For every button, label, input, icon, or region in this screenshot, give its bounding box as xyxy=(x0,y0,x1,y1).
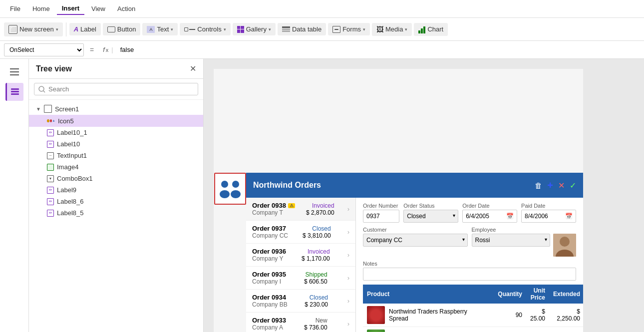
product-0-cell: Northwind Traders Raspberry Spread xyxy=(363,304,486,327)
order-item-0937[interactable]: Order 0937 Company CC Closed $ 3,810.00 … xyxy=(246,221,355,244)
menu-action[interactable]: Action xyxy=(112,3,140,14)
order-status-field: Closed ▾ xyxy=(403,210,458,223)
tree-panel: Tree view ✕ ▼ Screen1 + xyxy=(29,59,204,332)
forms-button[interactable]: Forms ▾ xyxy=(328,23,370,35)
label8-6-type-icon: ✏ xyxy=(47,198,54,205)
combobox1-type-icon: ▼ xyxy=(47,175,54,182)
new-screen-button[interactable]: ⬜ New screen ▾ xyxy=(4,22,63,36)
tree-item-label8-5[interactable]: ✏ Label8_5 xyxy=(29,207,203,219)
search-input[interactable] xyxy=(48,85,194,93)
tree-item-icon5[interactable]: + Icon5 xyxy=(29,115,203,127)
product-row-1: Northwind Traders Fruit Salad 40 $ 39.00… xyxy=(363,327,583,332)
order-0937-status: Closed xyxy=(303,225,331,232)
menu-home[interactable]: Home xyxy=(27,3,55,14)
employee-select[interactable]: Rossi xyxy=(472,234,551,247)
products-table: Product Quantity Unit Price Extended xyxy=(363,285,583,332)
svg-rect-4 xyxy=(11,91,19,92)
svg-rect-0 xyxy=(10,68,19,69)
order-0933-company: Company A xyxy=(252,324,286,331)
warn-badge-0938: ⚠ xyxy=(288,203,295,208)
tree-item-image4[interactable]: Image4 xyxy=(29,161,203,173)
order-item-0936[interactable]: Order 0936 Company Y Invoiced $ 1,170.00… xyxy=(246,244,355,267)
customer-select[interactable]: Company CC xyxy=(363,234,468,247)
order-number-input[interactable] xyxy=(363,210,399,223)
order-item-0935[interactable]: Order 0935 Company I Shipped $ 606.50 › xyxy=(246,267,355,290)
svg-point-9 xyxy=(220,190,230,198)
label-icon: A xyxy=(74,25,78,33)
tree-item-combobox1[interactable]: ▼ ComboBox1 xyxy=(29,173,203,184)
order-0938-info: Order 0938 ⚠ Company T xyxy=(252,202,295,216)
order-0934-amount: $ 230.00 xyxy=(305,301,328,308)
menu-file[interactable]: File xyxy=(5,3,25,14)
field-customer: Customer Company CC ▾ xyxy=(363,227,468,257)
customer-label: Customer xyxy=(363,227,468,233)
tree-panel-close-button[interactable]: ✕ xyxy=(190,64,196,73)
product-1-cell: Northwind Traders Fruit Salad xyxy=(363,327,486,332)
menu-view[interactable]: View xyxy=(86,3,110,14)
sidebar-hamburger[interactable] xyxy=(5,63,23,81)
text-button[interactable]: A Text ▾ xyxy=(142,23,178,35)
order-0934-status: Closed xyxy=(305,294,328,301)
order-status-select[interactable]: Closed xyxy=(403,210,458,223)
nw-trash-icon[interactable]: 🗑 xyxy=(535,181,542,190)
tree-label-screen1: Screen1 xyxy=(55,105,196,113)
gallery-button[interactable]: Gallery ▾ xyxy=(233,23,276,35)
controls-button[interactable]: Controls ▾ xyxy=(180,23,230,35)
tree-label-textinput1: TextInput1 xyxy=(57,152,196,159)
media-icon: 🖼 xyxy=(376,25,383,33)
tree-item-label9[interactable]: ✏ Label9 xyxy=(29,184,203,196)
formula-bar: OnSelect = fx | xyxy=(0,41,644,59)
data-table-button[interactable]: Data table xyxy=(278,23,326,35)
tree-search-container xyxy=(29,79,203,100)
controls-chevron-icon: ▾ xyxy=(224,27,226,32)
order-item-0938[interactable]: Order 0938 ⚠ Company T Invoiced $ 2,870.… xyxy=(246,198,355,221)
icon5-selection-box[interactable] xyxy=(214,173,246,205)
icon5-people-icon xyxy=(218,176,243,201)
field-order-status: Order Status Closed ▾ xyxy=(403,203,458,223)
chart-button[interactable]: Chart xyxy=(414,23,448,36)
main-area: Tree view ✕ ▼ Screen1 + xyxy=(0,59,644,332)
media-chevron-icon: ▾ xyxy=(405,27,407,32)
order-0936-status: Invoiced xyxy=(302,248,330,255)
formula-input[interactable] xyxy=(118,43,640,56)
tree-item-label8-6[interactable]: ✏ Label8_6 xyxy=(29,196,203,207)
toolbar-separator-1 xyxy=(66,22,66,36)
product-row-0: Northwind Traders Raspberry Spread 90 $ … xyxy=(363,304,583,327)
order-0936-num: Order 0936 xyxy=(252,248,286,255)
forms-chevron-icon: ▾ xyxy=(363,27,365,32)
paid-date-calendar-icon[interactable]: 📅 xyxy=(565,213,573,220)
tree-item-textinput1[interactable]: ─ TextInput1 xyxy=(29,150,203,161)
order-item-0934[interactable]: Order 0934 Company BB Closed $ 230.00 › xyxy=(246,290,355,313)
sidebar-layers[interactable] xyxy=(5,83,23,101)
product-0-price: $ 25.00 xyxy=(526,304,549,327)
order-item-0933[interactable]: Order 0933 Company A New $ 736.00 › xyxy=(246,313,355,332)
order-date-calendar-icon[interactable]: 📅 xyxy=(506,213,514,220)
order-0934-info: Order 0934 Company BB xyxy=(252,294,288,308)
nw-orders-list: Order 0938 ⚠ Company T Invoiced $ 2,870.… xyxy=(246,198,356,332)
paid-date-label: Paid Date xyxy=(521,203,576,209)
label-button[interactable]: A Label xyxy=(69,23,101,35)
form-row-2: Customer Company CC ▾ xyxy=(363,227,576,257)
button-button[interactable]: Button xyxy=(103,23,141,35)
nw-x-icon[interactable]: ✕ xyxy=(558,181,565,190)
nw-plus-icon[interactable]: + xyxy=(547,180,553,191)
col-quantity: Quantity xyxy=(486,285,526,304)
employee-photo-icon xyxy=(553,234,576,257)
order-0936-company: Company Y xyxy=(252,255,286,262)
menu-insert[interactable]: Insert xyxy=(57,2,84,15)
nw-check-icon[interactable]: ✓ xyxy=(570,181,576,190)
product-1-extended: $ 1,560.00 xyxy=(549,327,583,332)
notes-input[interactable] xyxy=(363,268,576,281)
tree-item-screen1[interactable]: ▼ Screen1 xyxy=(29,103,203,115)
order-0934-num: Order 0934 xyxy=(252,294,288,301)
media-button[interactable]: 🖼 Media ▾ xyxy=(372,23,412,36)
text-chevron-icon: ▾ xyxy=(171,27,173,32)
tree-item-label10-1[interactable]: ✏ Label10_1 xyxy=(29,127,203,138)
tree-item-label10[interactable]: ✏ Label10 xyxy=(29,138,203,150)
label9-type-icon: ✏ xyxy=(47,187,54,194)
order-0937-company: Company CC xyxy=(252,232,288,239)
svg-rect-2 xyxy=(10,74,19,75)
property-selector[interactable]: OnSelect xyxy=(4,43,84,56)
svg-marker-17 xyxy=(233,187,235,190)
svg-marker-16 xyxy=(225,187,228,190)
